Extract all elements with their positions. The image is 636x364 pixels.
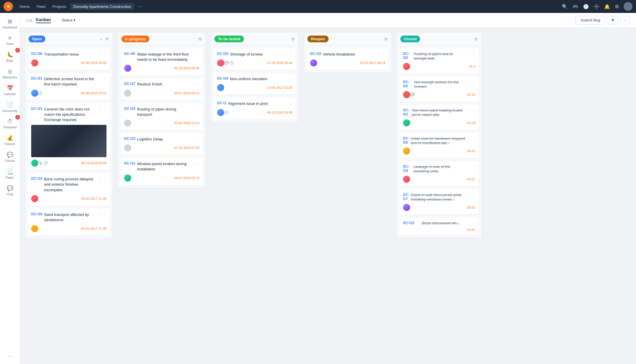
card-time: 09-13-2018 09:08 bbox=[81, 161, 106, 165]
drag-handle[interactable]: ⋮⋮ bbox=[191, 161, 199, 166]
card-dc-i15[interactable]: DC-I15 Block discovered wh... ⋮⋮ 03-01 bbox=[399, 217, 479, 235]
card-title: Shortage of screws bbox=[230, 52, 283, 57]
pages-icon: 📃 bbox=[7, 168, 13, 175]
card-dc-i35[interactable]: DC-I35 Rusting of pipes due to storage l… bbox=[399, 48, 479, 74]
avatar bbox=[31, 59, 38, 66]
card-dc-i13[interactable]: DC-I13 Window panes broken during instal… bbox=[120, 157, 203, 185]
card-time: 09-07-2018 00:14 bbox=[174, 176, 199, 180]
drag-handle[interactable]: ⋮⋮ bbox=[284, 101, 292, 106]
card-dc-i37[interactable]: DC-I37 Restock Polish ⋮⋮ 09-07-2018 00:1… bbox=[120, 78, 203, 100]
user-avatar[interactable] bbox=[624, 2, 632, 11]
sidebar-more[interactable]: ··· bbox=[5, 351, 14, 362]
drag-handle[interactable]: ⋮⋮ bbox=[284, 52, 292, 56]
card-dc-i40[interactable]: DC-I40 Water leakage in the third floor … bbox=[120, 48, 203, 76]
status-filter[interactable]: Status ▾ bbox=[59, 17, 78, 24]
drag-handle[interactable]: ⋮⋮ bbox=[467, 52, 475, 56]
settings-card-icon[interactable]: ⚙ bbox=[474, 37, 478, 41]
view-kanban[interactable]: Kanban bbox=[36, 17, 51, 23]
card-dc-i26[interactable]: DC-I26 Not enough screws for the trusses… bbox=[399, 76, 479, 102]
more-options-button[interactable]: ··· bbox=[620, 16, 630, 24]
card-dc-i24[interactable]: DC-I24 Non-uniform elevation ⋮⋮ 10-06-20… bbox=[213, 73, 296, 95]
card-title: Leakage in one of the plumbing units bbox=[414, 165, 466, 173]
card-dc-i22[interactable]: DC-I22 Two more paint loading trucks yet… bbox=[399, 104, 479, 130]
card-dc-i16[interactable]: DC-I16 Sand transport affected by windst… bbox=[27, 208, 110, 236]
card-dc-i20[interactable]: DC-I20 Initial coat for hardware stopped… bbox=[399, 132, 479, 158]
nav-feed[interactable]: Feed bbox=[34, 3, 49, 10]
column-tobetested-actions: ⚙ bbox=[291, 37, 295, 41]
sidebar-item-documents[interactable]: 📄 Documents bbox=[1, 99, 19, 115]
clock-icon[interactable]: 🕐 bbox=[583, 4, 589, 9]
drag-handle[interactable]: ⋮⋮ bbox=[467, 165, 475, 169]
drag-handle[interactable]: ⋮⋮ bbox=[191, 82, 199, 86]
column-header-open: Open ＋ ⚙ bbox=[25, 32, 113, 45]
avatar bbox=[403, 119, 410, 126]
sidebar-item-chat[interactable]: 💬 Chat bbox=[1, 183, 19, 198]
sidebar-item-feed[interactable]: ≡ Feed bbox=[1, 33, 19, 48]
toolbar: List Kanban · Status ▾ Submit Bug ▼ ··· bbox=[20, 13, 636, 28]
settings-card-icon[interactable]: ⚙ bbox=[384, 37, 388, 41]
sidebar-item-finance[interactable]: 💰 Finance bbox=[1, 132, 19, 148]
drag-handle[interactable]: ⋮⋮ bbox=[467, 193, 475, 197]
card-time: 09-06-2018 23:13 bbox=[174, 121, 199, 125]
sidebar-item-timesheet[interactable]: ⏱ 2 Timesheet bbox=[1, 116, 19, 131]
avatar bbox=[217, 59, 224, 66]
card-dc-i21[interactable]: DC-I21 Ceramic tile color does not match… bbox=[27, 103, 110, 171]
card-dc-i19[interactable]: DC-I19 Brick curing process delayed and … bbox=[27, 173, 110, 206]
card-dc-i34[interactable]: DC-I34 Rusting of pipes during transport… bbox=[120, 103, 203, 130]
filter-button[interactable]: ▼ bbox=[608, 16, 618, 24]
settings-icon[interactable]: ⚙ bbox=[615, 4, 619, 9]
card-time: 03-01 bbox=[467, 149, 475, 153]
submit-bug-button[interactable]: Submit Bug bbox=[575, 16, 605, 24]
drag-handle[interactable]: ⋮⋮ bbox=[467, 136, 475, 141]
card-dc-i33[interactable]: DC-I33 Logistics Delay ⋮⋮ 07-16-2018 07:… bbox=[120, 133, 203, 155]
nav-more[interactable]: ··· bbox=[135, 3, 144, 10]
card-dc-i31[interactable]: DC-I31 Defective screws found in the fir… bbox=[27, 73, 110, 100]
card-id: DC-I18 bbox=[403, 165, 412, 173]
gamepad-icon[interactable]: 🎮 bbox=[572, 4, 578, 9]
forums-icon: 💬 bbox=[7, 152, 13, 158]
drag-handle[interactable]: ⋮⋮ bbox=[377, 52, 385, 56]
nav-projects[interactable]: Projects bbox=[49, 3, 69, 10]
card-id: DC-I26 bbox=[403, 80, 413, 88]
column-header-reopen: Reopen ⚙ bbox=[304, 32, 392, 45]
card-dc-i25[interactable]: DC-I25 Shortage of screws ⋮⋮ 💬 🕐 07-16-2… bbox=[213, 48, 296, 70]
drag-handle[interactable]: ⋮⋮ bbox=[98, 52, 106, 56]
drag-handle[interactable]: ⋮⋮ bbox=[98, 107, 106, 111]
card-dc-i1[interactable]: DC-I1 Alignment issue in print ⋮⋮ 🕐 09-1… bbox=[213, 97, 296, 120]
drag-handle[interactable]: ⋮⋮ bbox=[191, 52, 199, 56]
column-header-tobetested: To be tested ⚙ bbox=[211, 32, 299, 45]
drag-handle[interactable]: ⋮⋮ bbox=[191, 107, 199, 111]
add-card-icon[interactable]: ＋ bbox=[99, 36, 103, 42]
view-list[interactable]: List bbox=[26, 18, 32, 23]
sidebar-item-dashboard[interactable]: ⊞ Dashboard bbox=[1, 16, 19, 31]
sidebar-item-calendar[interactable]: 📅 Calendar bbox=[1, 83, 19, 98]
nav-home[interactable]: Home bbox=[16, 3, 33, 10]
settings-card-icon[interactable]: ⚙ bbox=[198, 37, 202, 41]
nav-active-project[interactable]: Donnelly Apartments Construction bbox=[70, 3, 134, 10]
sidebar-item-forums[interactable]: 💬 Forums bbox=[1, 149, 19, 165]
card-id: DC-I37 bbox=[124, 82, 135, 86]
card-dc-i18[interactable]: DC-I18 Leakage in one of the plumbing un… bbox=[399, 161, 479, 187]
card-dc-i17[interactable]: DC-I17 Crack in wall discovered while in… bbox=[399, 189, 479, 215]
drag-handle[interactable]: ⋮⋮ bbox=[191, 137, 199, 141]
drag-handle[interactable]: ⋮⋮ bbox=[467, 221, 475, 226]
card-dc-i36[interactable]: DC-I36 Transportation issue ⋮⋮ 03-30-201… bbox=[27, 48, 110, 70]
settings-card-icon[interactable]: ⚙ bbox=[105, 36, 109, 42]
drag-handle[interactable]: ⋮⋮ bbox=[98, 177, 106, 181]
drag-handle[interactable]: ⋮⋮ bbox=[467, 108, 475, 113]
drag-handle[interactable]: ⋮⋮ bbox=[98, 212, 106, 217]
drag-handle[interactable]: ⋮⋮ bbox=[98, 76, 106, 81]
drag-handle[interactable]: ⋮⋮ bbox=[284, 76, 292, 81]
sidebar-item-pages[interactable]: 📃 Pages bbox=[1, 166, 19, 182]
card-dc-i10[interactable]: DC-I10 Vehicle breakdown ⋮⋮ 03-02-2017 0… bbox=[306, 48, 389, 70]
bell-icon[interactable]: 🔔 bbox=[604, 4, 610, 9]
card-time: 04-04-2017 11:30 bbox=[81, 227, 106, 230]
sidebar-item-milestones[interactable]: ◎ Milestones bbox=[1, 66, 19, 81]
drag-handle[interactable]: ⋮⋮ bbox=[467, 80, 475, 85]
add-icon[interactable]: ➕ bbox=[594, 4, 600, 9]
column-reopen-actions: ⚙ bbox=[384, 37, 388, 41]
sidebar-item-bugs[interactable]: 🐛 2 Bugs bbox=[1, 49, 19, 65]
search-icon[interactable]: 🔍 bbox=[562, 4, 568, 9]
app-logo[interactable]: ☀ bbox=[4, 2, 13, 11]
settings-card-icon[interactable]: ⚙ bbox=[291, 37, 295, 41]
